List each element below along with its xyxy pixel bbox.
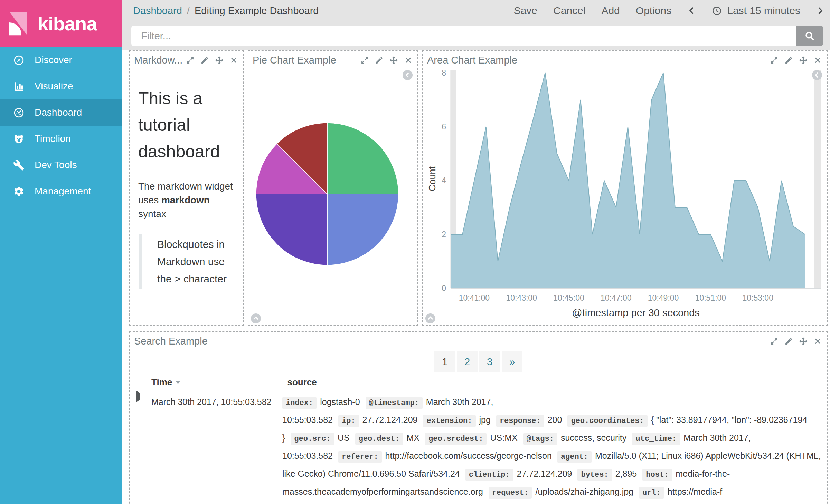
sidebar-item-label: Visualize (35, 81, 73, 92)
column-header-time[interactable]: Time (151, 377, 282, 388)
source-field-name: bytes: (577, 469, 612, 481)
markdown-blockquote: Blockquotes in Markdown use the > charac… (139, 234, 235, 289)
row-time: March 30th 2017, 10:55:03.582 (151, 394, 282, 410)
close-icon[interactable] (813, 337, 822, 346)
table-row: March 30th 2017, 10:55:03.582 index:logs… (130, 389, 827, 504)
toolbar-actions: Save Cancel Add Options Last 15 minutes (514, 0, 824, 21)
edit-icon[interactable] (200, 56, 209, 65)
sidebar-item-management[interactable]: Management (0, 178, 122, 204)
source-field-value: 2,895 (615, 469, 637, 478)
source-field-value: https://media-f (668, 487, 722, 496)
gauge-icon (13, 107, 25, 118)
panel-header: Markdow... (130, 51, 243, 66)
search-button[interactable] (796, 26, 823, 46)
row-source: index:logstash-0@timestamp:March 30th 20… (282, 394, 821, 501)
area-chart: Count @timestamp per 30 seconds 0246810:… (423, 51, 827, 325)
source-field-name: @tags: (523, 433, 557, 445)
partial-bucket-endzone (814, 70, 821, 288)
sidebar: kibana Discover Visualize Dashboard Time… (0, 0, 122, 504)
panel-title: Markdow... (134, 55, 182, 66)
x-axis-tick-label: 10:51:00 (695, 293, 726, 302)
table-header-row: Time _source (130, 375, 827, 389)
kibana-logo-text: kibana (38, 12, 97, 35)
pie-chart (248, 51, 417, 313)
kibana-logo-icon (4, 9, 31, 38)
time-picker-button[interactable]: Last 15 minutes (711, 5, 800, 17)
source-field-value: http://facebook.com/success/george-nelso… (385, 451, 552, 461)
pie-slice[interactable] (327, 123, 398, 194)
options-button[interactable]: Options (636, 5, 671, 17)
sidebar-item-dashboard[interactable]: Dashboard (0, 99, 122, 126)
x-axis-tick-label: 10:47:00 (601, 293, 632, 302)
markdown-paragraph: The markdown widget uses markdown syntax (138, 180, 235, 221)
wrench-icon (13, 159, 25, 171)
legend-toggle-icon[interactable] (812, 70, 822, 80)
breadcrumb-dashboard-link[interactable]: Dashboard (133, 5, 182, 17)
timelion-icon (13, 133, 25, 145)
source-field-name: utc_time: (632, 433, 680, 445)
y-axis-tick-label: 8 (442, 68, 446, 77)
source-field-value: US:MX (490, 433, 517, 443)
pie-slice[interactable] (256, 194, 327, 265)
spy-panel-toggle-icon[interactable] (251, 313, 261, 324)
page-button-next[interactable]: » (502, 351, 522, 372)
pie-slice[interactable] (327, 194, 398, 265)
source-field-value: 27.72.124.209 (517, 469, 572, 478)
clock-icon (711, 6, 722, 16)
source-field-name: agent: (557, 451, 592, 463)
add-button[interactable]: Add (601, 5, 620, 17)
column-header-source: _source (282, 377, 821, 388)
sidebar-item-label: Management (35, 186, 91, 197)
markdown-body: This is a tutorial dashboard The markdow… (130, 85, 243, 289)
source-field-name: index: (282, 397, 317, 409)
cancel-button[interactable]: Cancel (553, 5, 585, 17)
time-back-chevron-icon[interactable] (687, 6, 696, 16)
page-button-3[interactable]: 3 (479, 351, 500, 372)
source-field-name: geo.coordinates: (567, 415, 647, 427)
source-field-value: /uploads/zhai-zhigang.jpg (535, 487, 633, 496)
move-icon[interactable] (799, 337, 808, 346)
time-picker-label: Last 15 minutes (727, 5, 800, 17)
expand-row-caret-icon[interactable] (136, 391, 140, 402)
source-field-value: 200 (548, 415, 562, 425)
y-axis-tick-label: 2 (442, 230, 446, 239)
breadcrumb-separator: / (187, 5, 190, 17)
save-button[interactable]: Save (514, 5, 537, 17)
expand-icon[interactable] (186, 56, 195, 65)
close-icon[interactable] (229, 56, 238, 65)
move-icon[interactable] (215, 56, 224, 65)
sidebar-item-visualize[interactable]: Visualize (0, 73, 122, 99)
panel-area-chart: Area Chart Example Count @timestamp per … (422, 50, 828, 326)
time-forward-chevron-icon[interactable] (816, 6, 824, 16)
sidebar-item-timelion[interactable]: Timelion (0, 126, 122, 152)
x-axis-tick-label: 10:45:00 (553, 293, 584, 302)
source-field-value: US (338, 433, 350, 443)
source-field-name: referer: (338, 451, 382, 463)
source-field-value: jpg (479, 415, 491, 425)
spy-panel-toggle-icon[interactable] (425, 313, 436, 324)
x-axis-tick-label: 10:49:00 (648, 293, 679, 302)
y-axis-tick-label: 4 (442, 176, 446, 185)
search-icon (804, 30, 815, 42)
page-button-1[interactable]: 1 (434, 351, 455, 372)
source-field-name: response: (496, 415, 544, 427)
markdown-heading: This is a tutorial dashboard (138, 85, 235, 165)
source-field-value: MX (407, 433, 420, 443)
bar-chart-icon (13, 81, 25, 92)
source-field-name: host: (642, 469, 672, 481)
panel-markdown: Markdow... This is a tutorial dashboard … (129, 50, 244, 326)
expand-icon[interactable] (770, 337, 779, 346)
sidebar-item-discover[interactable]: Discover (0, 47, 122, 73)
sidebar-item-label: Timelion (35, 133, 71, 144)
page-button-2[interactable]: 2 (457, 351, 478, 372)
area-series[interactable] (451, 73, 805, 288)
kibana-logo[interactable]: kibana (0, 0, 122, 47)
edit-icon[interactable] (784, 337, 793, 346)
x-axis-tick-label: 10:43:00 (506, 293, 537, 302)
source-field-name: geo.dest: (355, 433, 403, 445)
panel-search: Search Example 1 2 3 » Time (129, 331, 828, 504)
legend-toggle-icon[interactable] (402, 70, 413, 80)
sidebar-item-dev-tools[interactable]: Dev Tools (0, 152, 122, 178)
sidebar-item-label: Dashboard (35, 107, 82, 118)
filter-input[interactable] (131, 26, 796, 46)
